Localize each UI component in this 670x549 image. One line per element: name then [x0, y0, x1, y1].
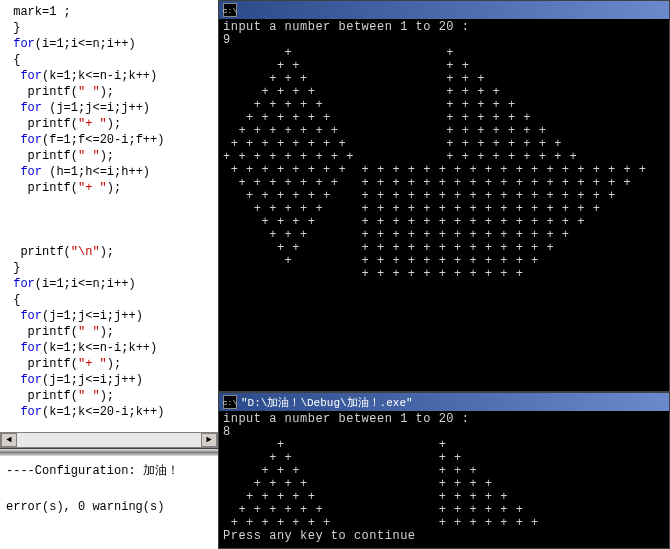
console-1-titlebar[interactable]: c:\ — [219, 1, 669, 19]
code-editor[interactable]: mark=1 ; } for(i=1;i<=n;i++) { for(k=1;k… — [0, 0, 218, 432]
divider — [0, 448, 218, 456]
console-window-1: c:\ input a number between 1 to 20 : 9 +… — [218, 0, 670, 392]
scroll-right-button[interactable]: ► — [201, 433, 217, 447]
console-1-body[interactable]: input a number between 1 to 20 : 9 + + +… — [219, 19, 669, 283]
cmd-icon: c:\ — [223, 395, 237, 409]
editor-pane: mark=1 ; } for(i=1;i<=n;i++) { for(k=1;k… — [0, 0, 218, 549]
console-2-title: "D:\加油！\Debug\加油！.exe" — [241, 395, 413, 410]
scroll-left-button[interactable]: ◄ — [1, 433, 17, 447]
build-output: ----Configuration: 加油！ error(s), 0 warni… — [0, 456, 218, 541]
console-window-2: c:\ "D:\加油！\Debug\加油！.exe" input a numbe… — [218, 392, 670, 549]
console-2-titlebar[interactable]: c:\ "D:\加油！\Debug\加油！.exe" — [219, 393, 669, 411]
scroll-track[interactable] — [17, 433, 201, 447]
status-text: error(s), 0 warning(s) — [6, 498, 212, 516]
horizontal-scrollbar[interactable]: ◄ ► — [0, 432, 218, 448]
cmd-icon: c:\ — [223, 3, 237, 17]
config-text: ----Configuration: 加油！ — [6, 462, 212, 480]
console-2-body[interactable]: input a number between 1 to 20 : 8 + + +… — [219, 411, 669, 545]
